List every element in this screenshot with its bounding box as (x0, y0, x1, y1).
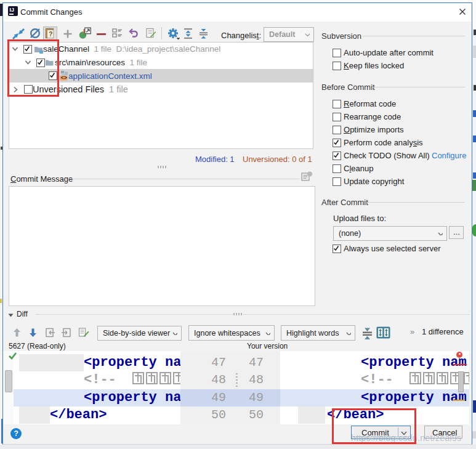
svg-text:?: ? (49, 31, 52, 38)
svg-text:<>: <> (61, 75, 68, 81)
